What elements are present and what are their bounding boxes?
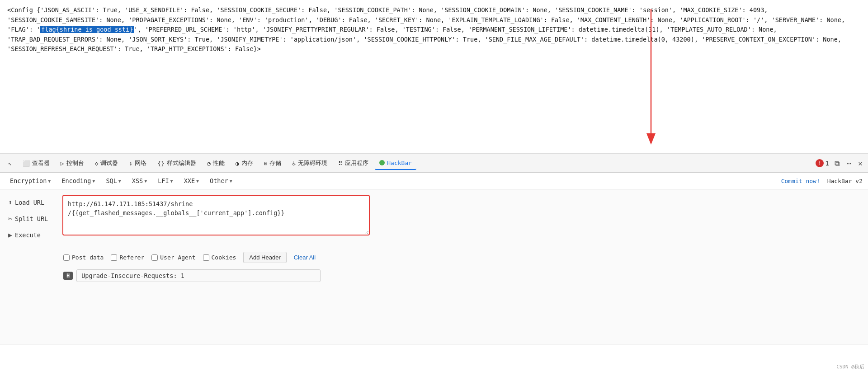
header-badge: H: [63, 272, 73, 280]
clear-all-button[interactable]: Clear All: [294, 254, 316, 261]
load-url-label: Load URL: [15, 199, 44, 206]
execute-icon: ▶: [8, 231, 12, 239]
encoding-arrow-icon: ▼: [92, 179, 95, 184]
xxe-arrow-icon: ▼: [196, 179, 199, 184]
cookies-checkbox[interactable]: [203, 254, 209, 261]
execute-button[interactable]: ▶ Execute: [4, 227, 55, 243]
more-options-icon[interactable]: ⋯: [845, 157, 853, 170]
flag-highlight: flag{shrine_is_good_ssti}: [40, 26, 134, 33]
other-arrow-icon: ▼: [230, 179, 232, 184]
performance-icon: ◔: [207, 160, 211, 167]
tab-debugger-label: 调试器: [100, 159, 118, 167]
undock-icon[interactable]: ⧉: [833, 157, 841, 170]
menu-sql-label: SQL: [106, 177, 117, 184]
tab-hackbar[interactable]: HackBar: [375, 157, 416, 170]
tab-memory[interactable]: ◑ 内存: [231, 156, 258, 170]
xss-arrow-icon: ▼: [144, 179, 147, 184]
tab-storage[interactable]: ⊟ 存储: [259, 156, 286, 170]
sql-arrow-icon: ▼: [118, 179, 121, 184]
style-editor-icon: {}: [157, 160, 165, 167]
tab-storage-label: 存储: [269, 159, 281, 167]
app-programs-icon: ⠿: [338, 160, 343, 167]
debugger-icon: ◇: [95, 160, 99, 167]
close-devtools-icon[interactable]: ✕: [856, 157, 864, 170]
user-agent-label: User Agent: [160, 254, 195, 261]
split-url-icon: ✂: [8, 215, 12, 223]
memory-icon: ◑: [236, 160, 239, 167]
hackbar-menubar: Encryption ▼ Encoding ▼ SQL ▼ XSS ▼ LFI …: [0, 173, 868, 189]
menu-lfi-label: LFI: [158, 177, 169, 184]
load-url-button[interactable]: ⬆ Load URL: [4, 195, 55, 210]
menu-encoding-label: Encoding: [61, 177, 91, 184]
header-row: H: [0, 267, 868, 285]
storage-icon: ⊟: [264, 160, 268, 167]
referer-option[interactable]: Referer: [111, 254, 144, 261]
hackbar-dot-icon: [379, 160, 385, 165]
commit-now-label: Commit now!: [781, 178, 820, 184]
menu-other[interactable]: Other ▼: [205, 175, 237, 186]
add-header-button[interactable]: Add Header: [243, 252, 286, 263]
menu-other-label: Other: [210, 177, 228, 184]
tab-network-label: 网络: [135, 159, 146, 167]
inspector-icon: ⬜: [23, 160, 30, 167]
post-data-option[interactable]: Post data: [63, 254, 104, 261]
hackbar-sidebar: ⬆ Load URL ✂ Split URL ▶ Execute: [0, 193, 59, 245]
tab-inspector[interactable]: ⬜ 查看器: [18, 156, 54, 170]
accessibility-icon: ♿: [292, 160, 296, 167]
tab-accessibility[interactable]: ♿ 无障碍环境: [288, 156, 332, 170]
tab-hackbar-label: HackBar: [387, 160, 412, 166]
url-textarea[interactable]: [62, 195, 370, 235]
error-icon: !: [816, 159, 824, 167]
post-data-label: Post data: [72, 254, 104, 261]
menu-sql[interactable]: SQL ▼: [101, 175, 125, 186]
menu-xss-label: XSS: [132, 177, 143, 184]
execute-label: Execute: [15, 231, 41, 239]
tab-console[interactable]: ▷ 控制台: [56, 156, 89, 170]
tab-performance-label: 性能: [213, 159, 225, 167]
devtools-right-controls: ! 1 ⧉ ⋯ ✕: [816, 157, 864, 170]
url-input-area: [59, 193, 868, 245]
menu-encryption-label: Encryption: [10, 177, 47, 184]
tab-debugger[interactable]: ◇ 调试器: [90, 156, 123, 170]
devtools-pointer[interactable]: ↖: [4, 157, 16, 170]
error-count: 1: [825, 160, 829, 167]
hackbar-options-row: Post data Referer User Agent Cookies Add…: [0, 248, 868, 267]
content-area: <Config {'JSON_AS_ASCII': True, 'USE_X_S…: [0, 0, 868, 154]
post-data-checkbox[interactable]: [63, 254, 70, 261]
svg-marker-1: [646, 133, 656, 145]
menu-lfi[interactable]: LFI ▼: [153, 175, 177, 186]
user-agent-option[interactable]: User Agent: [151, 254, 195, 261]
hackbar-panel: Encryption ▼ Encoding ▼ SQL ▼ XSS ▼ LFI …: [0, 173, 868, 344]
menu-encoding[interactable]: Encoding ▼: [57, 175, 99, 186]
tab-app-programs[interactable]: ⠿ 应用程序: [334, 156, 373, 170]
menu-xxe[interactable]: XXE ▼: [179, 175, 203, 186]
menu-xss[interactable]: XSS ▼: [127, 175, 151, 186]
encryption-arrow-icon: ▼: [48, 179, 51, 184]
cookies-label: Cookies: [212, 254, 236, 261]
tab-network[interactable]: ↕ 网络: [124, 156, 151, 170]
watermark: CSDN @秋后: [836, 363, 864, 370]
pointer-icon: ↖: [8, 160, 12, 167]
user-agent-checkbox[interactable]: [151, 254, 158, 261]
referer-checkbox[interactable]: [111, 254, 117, 261]
hackbar-main: ⬆ Load URL ✂ Split URL ▶ Execute: [0, 189, 868, 248]
split-url-button[interactable]: ✂ Split URL: [4, 211, 55, 226]
split-url-label: Split URL: [15, 215, 48, 222]
tab-style-editor[interactable]: {} 样式编辑器: [153, 156, 201, 170]
menu-encryption[interactable]: Encryption ▼: [5, 175, 55, 186]
tab-accessibility-label: 无障碍环境: [298, 159, 327, 167]
lfi-arrow-icon: ▼: [170, 179, 173, 184]
tab-console-label: 控制台: [66, 159, 84, 167]
tab-style-editor-label: 样式编辑器: [167, 159, 196, 167]
network-icon: ↕: [129, 160, 132, 167]
cookies-option[interactable]: Cookies: [203, 254, 236, 261]
tab-inspector-label: 查看器: [32, 159, 50, 167]
referer-label: Referer: [119, 254, 144, 261]
load-url-icon: ⬆: [8, 198, 12, 207]
menu-xxe-label: XXE: [184, 177, 195, 184]
tab-performance[interactable]: ◔ 性能: [203, 156, 229, 170]
tab-app-programs-label: 应用程序: [345, 159, 368, 167]
devtools-toolbar: ↖ ⬜ 查看器 ▷ 控制台 ◇ 调试器 ↕ 网络 {} 样式编辑器 ◔ 性能 ◑…: [0, 154, 868, 173]
header-value-input[interactable]: [76, 269, 321, 282]
console-icon: ▷: [61, 160, 64, 167]
